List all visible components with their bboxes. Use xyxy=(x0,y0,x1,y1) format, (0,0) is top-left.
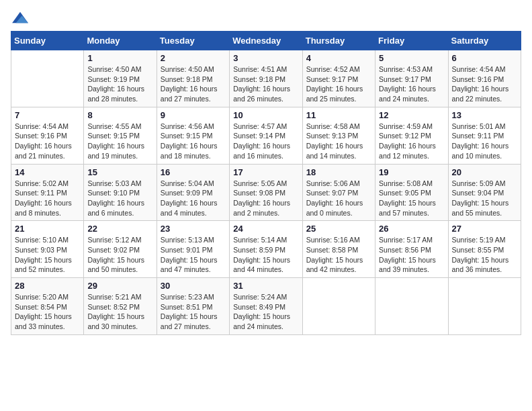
day-number: 2 xyxy=(161,53,226,63)
weekday-header: Tuesday xyxy=(157,32,229,50)
day-number: 30 xyxy=(161,281,226,291)
calendar-cell: 8Sunrise: 4:55 AM Sunset: 9:15 PM Daylig… xyxy=(84,107,157,164)
day-number: 21 xyxy=(15,224,80,234)
calendar-cell: 23Sunrise: 5:13 AM Sunset: 9:01 PM Dayli… xyxy=(157,221,229,278)
day-number: 10 xyxy=(233,110,298,120)
day-number: 5 xyxy=(379,53,444,63)
day-info: Sunrise: 5:13 AM Sunset: 9:01 PM Dayligh… xyxy=(161,235,226,275)
day-info: Sunrise: 5:01 AM Sunset: 9:11 PM Dayligh… xyxy=(452,122,517,161)
calendar-cell: 21Sunrise: 5:10 AM Sunset: 9:03 PM Dayli… xyxy=(11,221,84,278)
day-info: Sunrise: 4:50 AM Sunset: 9:19 PM Dayligh… xyxy=(87,64,152,104)
day-info: Sunrise: 4:55 AM Sunset: 9:15 PM Dayligh… xyxy=(87,122,152,161)
day-number: 16 xyxy=(161,167,226,177)
page-header xyxy=(11,11,521,26)
calendar-cell xyxy=(11,50,84,107)
day-number: 6 xyxy=(452,53,517,63)
calendar-cell: 20Sunrise: 5:09 AM Sunset: 9:04 PM Dayli… xyxy=(448,164,521,221)
weekday-header: Monday xyxy=(84,32,157,50)
day-info: Sunrise: 5:04 AM Sunset: 9:09 PM Dayligh… xyxy=(161,179,226,218)
day-info: Sunrise: 5:12 AM Sunset: 9:02 PM Dayligh… xyxy=(87,235,152,275)
calendar-cell: 22Sunrise: 5:12 AM Sunset: 9:02 PM Dayli… xyxy=(84,221,157,278)
day-number: 7 xyxy=(15,110,80,120)
day-number: 25 xyxy=(306,224,371,234)
day-info: Sunrise: 4:56 AM Sunset: 9:15 PM Dayligh… xyxy=(161,122,226,161)
calendar-cell: 9Sunrise: 4:56 AM Sunset: 9:15 PM Daylig… xyxy=(157,107,229,164)
day-info: Sunrise: 4:51 AM Sunset: 9:18 PM Dayligh… xyxy=(233,64,298,104)
calendar-cell: 6Sunrise: 4:54 AM Sunset: 9:16 PM Daylig… xyxy=(448,50,521,107)
weekday-header: Friday xyxy=(375,32,448,50)
calendar-cell: 5Sunrise: 4:53 AM Sunset: 9:17 PM Daylig… xyxy=(375,50,448,107)
calendar-cell: 13Sunrise: 5:01 AM Sunset: 9:11 PM Dayli… xyxy=(448,107,521,164)
day-number: 4 xyxy=(306,53,371,63)
day-info: Sunrise: 5:24 AM Sunset: 8:49 PM Dayligh… xyxy=(233,292,298,332)
day-number: 19 xyxy=(379,167,444,177)
day-info: Sunrise: 5:02 AM Sunset: 9:11 PM Dayligh… xyxy=(15,179,80,218)
day-info: Sunrise: 4:53 AM Sunset: 9:17 PM Dayligh… xyxy=(379,64,444,104)
calendar-cell: 19Sunrise: 5:08 AM Sunset: 9:05 PM Dayli… xyxy=(375,164,448,221)
day-number: 13 xyxy=(452,110,517,120)
day-info: Sunrise: 5:06 AM Sunset: 9:07 PM Dayligh… xyxy=(306,179,371,218)
calendar-week-row: 21Sunrise: 5:10 AM Sunset: 9:03 PM Dayli… xyxy=(11,221,521,278)
day-number: 18 xyxy=(306,167,371,177)
day-number: 26 xyxy=(379,224,444,234)
calendar-cell: 3Sunrise: 4:51 AM Sunset: 9:18 PM Daylig… xyxy=(230,50,302,107)
calendar-week-row: 1Sunrise: 4:50 AM Sunset: 9:19 PM Daylig… xyxy=(11,50,521,107)
day-info: Sunrise: 5:03 AM Sunset: 9:10 PM Dayligh… xyxy=(87,179,152,218)
calendar-cell xyxy=(375,278,448,335)
day-number: 12 xyxy=(379,110,444,120)
day-info: Sunrise: 5:08 AM Sunset: 9:05 PM Dayligh… xyxy=(379,179,444,218)
day-number: 29 xyxy=(87,281,152,291)
calendar-cell: 18Sunrise: 5:06 AM Sunset: 9:07 PM Dayli… xyxy=(302,164,375,221)
calendar-cell xyxy=(448,278,521,335)
logo-icon xyxy=(11,11,30,26)
calendar-cell: 17Sunrise: 5:05 AM Sunset: 9:08 PM Dayli… xyxy=(230,164,302,221)
calendar-cell: 15Sunrise: 5:03 AM Sunset: 9:10 PM Dayli… xyxy=(84,164,157,221)
calendar-cell: 11Sunrise: 4:58 AM Sunset: 9:13 PM Dayli… xyxy=(302,107,375,164)
calendar-cell: 10Sunrise: 4:57 AM Sunset: 9:14 PM Dayli… xyxy=(230,107,302,164)
day-number: 27 xyxy=(452,224,517,234)
day-number: 8 xyxy=(87,110,152,120)
weekday-header: Thursday xyxy=(302,32,375,50)
day-info: Sunrise: 5:14 AM Sunset: 8:59 PM Dayligh… xyxy=(233,235,298,275)
header-row: SundayMondayTuesdayWednesdayThursdayFrid… xyxy=(11,32,521,50)
day-number: 28 xyxy=(15,281,80,291)
day-info: Sunrise: 4:54 AM Sunset: 9:16 PM Dayligh… xyxy=(15,122,80,161)
weekday-header: Saturday xyxy=(448,32,521,50)
day-number: 20 xyxy=(452,167,517,177)
calendar-cell: 7Sunrise: 4:54 AM Sunset: 9:16 PM Daylig… xyxy=(11,107,84,164)
day-number: 22 xyxy=(87,224,152,234)
day-info: Sunrise: 5:19 AM Sunset: 8:55 PM Dayligh… xyxy=(452,235,517,275)
calendar-cell: 31Sunrise: 5:24 AM Sunset: 8:49 PM Dayli… xyxy=(230,278,302,335)
weekday-header: Sunday xyxy=(11,32,84,50)
calendar-cell: 1Sunrise: 4:50 AM Sunset: 9:19 PM Daylig… xyxy=(84,50,157,107)
day-info: Sunrise: 5:21 AM Sunset: 8:52 PM Dayligh… xyxy=(87,292,152,332)
calendar-cell: 26Sunrise: 5:17 AM Sunset: 8:56 PM Dayli… xyxy=(375,221,448,278)
day-number: 9 xyxy=(161,110,226,120)
calendar-cell: 12Sunrise: 4:59 AM Sunset: 9:12 PM Dayli… xyxy=(375,107,448,164)
logo xyxy=(11,11,32,26)
day-info: Sunrise: 4:57 AM Sunset: 9:14 PM Dayligh… xyxy=(233,122,298,161)
calendar-cell: 25Sunrise: 5:16 AM Sunset: 8:58 PM Dayli… xyxy=(302,221,375,278)
day-info: Sunrise: 5:10 AM Sunset: 9:03 PM Dayligh… xyxy=(15,235,80,275)
calendar-week-row: 14Sunrise: 5:02 AM Sunset: 9:11 PM Dayli… xyxy=(11,164,521,221)
day-number: 24 xyxy=(233,224,298,234)
day-info: Sunrise: 4:54 AM Sunset: 9:16 PM Dayligh… xyxy=(452,64,517,104)
day-info: Sunrise: 5:09 AM Sunset: 9:04 PM Dayligh… xyxy=(452,179,517,218)
calendar-cell: 14Sunrise: 5:02 AM Sunset: 9:11 PM Dayli… xyxy=(11,164,84,221)
day-info: Sunrise: 5:05 AM Sunset: 9:08 PM Dayligh… xyxy=(233,179,298,218)
day-info: Sunrise: 5:17 AM Sunset: 8:56 PM Dayligh… xyxy=(379,235,444,275)
calendar-cell: 29Sunrise: 5:21 AM Sunset: 8:52 PM Dayli… xyxy=(84,278,157,335)
day-number: 15 xyxy=(87,167,152,177)
day-number: 31 xyxy=(233,281,298,291)
day-info: Sunrise: 5:16 AM Sunset: 8:58 PM Dayligh… xyxy=(306,235,371,275)
day-number: 14 xyxy=(15,167,80,177)
day-info: Sunrise: 4:59 AM Sunset: 9:12 PM Dayligh… xyxy=(379,122,444,161)
calendar-cell: 16Sunrise: 5:04 AM Sunset: 9:09 PM Dayli… xyxy=(157,164,229,221)
weekday-header: Wednesday xyxy=(230,32,302,50)
calendar-cell: 2Sunrise: 4:50 AM Sunset: 9:18 PM Daylig… xyxy=(157,50,229,107)
day-number: 11 xyxy=(306,110,371,120)
day-info: Sunrise: 4:50 AM Sunset: 9:18 PM Dayligh… xyxy=(161,64,226,104)
calendar-week-row: 7Sunrise: 4:54 AM Sunset: 9:16 PM Daylig… xyxy=(11,107,521,164)
calendar-cell xyxy=(302,278,375,335)
day-number: 3 xyxy=(233,53,298,63)
